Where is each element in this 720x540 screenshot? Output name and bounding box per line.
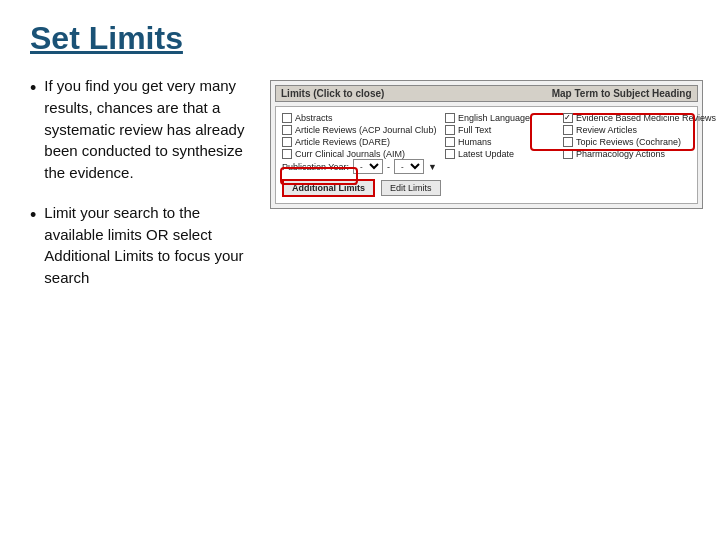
bullet-list: • If you find you get very many results,…	[30, 75, 250, 307]
pub-year-arrow: ▼	[428, 162, 437, 172]
dialog-titlebar: Limits (Click to close) Map Term to Subj…	[275, 85, 698, 102]
cb-review-box[interactable]	[563, 125, 573, 135]
checkbox-col-2: English Language Full Text Humans L	[445, 113, 555, 159]
cb-review-label: Review Articles	[576, 125, 637, 135]
cb-english-label: English Language	[458, 113, 530, 123]
pub-year-to-select[interactable]: -	[394, 159, 424, 174]
cb-topic-label: Topic Reviews (Cochrane)	[576, 137, 681, 147]
bullet-item-1: • If you find you get very many results,…	[30, 75, 250, 184]
cb-aim: Curr Clinical Journals (AIM)	[282, 149, 437, 159]
cb-topic-box[interactable]	[563, 137, 573, 147]
bullet-dot-1: •	[30, 75, 36, 101]
cb-english-box[interactable]	[445, 113, 455, 123]
cb-topic: Topic Reviews (Cochrane)	[563, 137, 716, 147]
pub-year-dash: -	[387, 162, 390, 172]
cb-fulltext: Full Text	[445, 125, 555, 135]
page-title: Set Limits	[30, 20, 690, 57]
cb-dare-label: Article Reviews (DARE)	[295, 137, 390, 147]
pub-year-label: Publication Year:	[282, 162, 349, 172]
cb-abstracts: Abstracts	[282, 113, 437, 123]
cb-aim-box[interactable]	[282, 149, 292, 159]
page: Set Limits • If you find you get very ma…	[0, 0, 720, 540]
pub-year-row: Publication Year: - - - ▼	[282, 159, 691, 174]
dialog-title-right: Map Term to Subject Heading	[552, 88, 692, 99]
cb-ebm-box[interactable]	[563, 113, 573, 123]
cb-latest: Latest Update	[445, 149, 555, 159]
cb-acp: Article Reviews (ACP Journal Club)	[282, 125, 437, 135]
cb-ebm: Evidence Based Medicine Reviews	[563, 113, 716, 123]
cb-aim-label: Curr Clinical Journals (AIM)	[295, 149, 405, 159]
cb-fulltext-label: Full Text	[458, 125, 491, 135]
cb-dare-box[interactable]	[282, 137, 292, 147]
buttons-row: Additional Limits Edit Limits	[282, 179, 691, 197]
edit-limits-button[interactable]: Edit Limits	[381, 180, 441, 196]
cb-fulltext-box[interactable]	[445, 125, 455, 135]
cb-latest-label: Latest Update	[458, 149, 514, 159]
cb-pharmacology-box[interactable]	[563, 149, 573, 159]
checkboxes-section: Abstracts Article Reviews (ACP Journal C…	[282, 113, 691, 159]
pub-year-from-select[interactable]: -	[353, 159, 383, 174]
dialog-body: Abstracts Article Reviews (ACP Journal C…	[275, 106, 698, 204]
content-area: • If you find you get very many results,…	[30, 75, 690, 307]
cb-abstracts-label: Abstracts	[295, 113, 333, 123]
additional-limits-button[interactable]: Additional Limits	[282, 179, 375, 197]
cb-pharmacology-label: Pharmacology Actions	[576, 149, 665, 159]
cb-english: English Language	[445, 113, 555, 123]
cb-abstracts-box[interactable]	[282, 113, 292, 123]
cb-ebm-label: Evidence Based Medicine Reviews	[576, 113, 716, 123]
bullet-item-2: • Limit your search to the available lim…	[30, 202, 250, 289]
bullet-text-1: If you find you get very many results, c…	[44, 75, 250, 184]
checkbox-col-1: Abstracts Article Reviews (ACP Journal C…	[282, 113, 437, 159]
limits-dialog: Limits (Click to close) Map Term to Subj…	[270, 80, 703, 209]
cb-humans: Humans	[445, 137, 555, 147]
cb-dare: Article Reviews (DARE)	[282, 137, 437, 147]
dialog-title-left: Limits (Click to close)	[281, 88, 384, 99]
cb-humans-box[interactable]	[445, 137, 455, 147]
bullet-dot-2: •	[30, 202, 36, 228]
bullet-text-2: Limit your search to the available limit…	[44, 202, 250, 289]
cb-pharmacology: Pharmacology Actions	[563, 149, 716, 159]
cb-humans-label: Humans	[458, 137, 492, 147]
cb-acp-box[interactable]	[282, 125, 292, 135]
cb-review: Review Articles	[563, 125, 716, 135]
cb-acp-label: Article Reviews (ACP Journal Club)	[295, 125, 436, 135]
checkbox-col-3: Evidence Based Medicine Reviews Review A…	[563, 113, 716, 159]
cb-latest-box[interactable]	[445, 149, 455, 159]
